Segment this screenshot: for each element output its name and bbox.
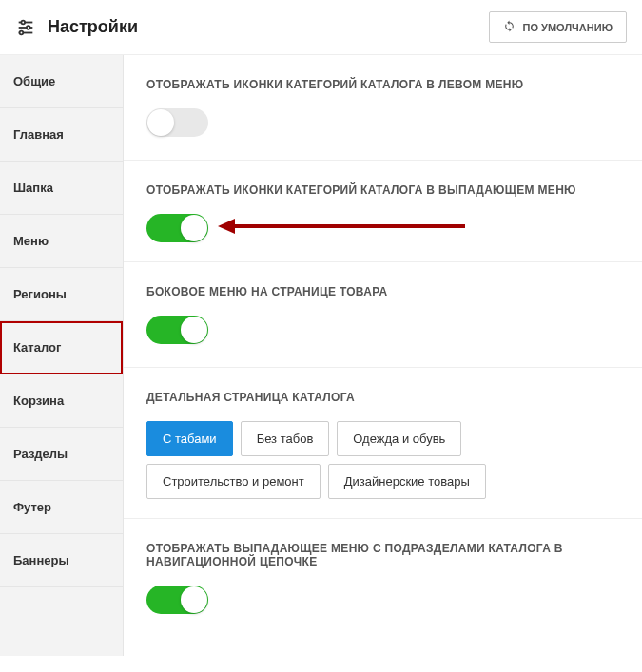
- sidebar-item-header[interactable]: Шапка: [0, 162, 123, 215]
- sidebar-item-label: Регионы: [13, 287, 67, 301]
- sidebar-item-label: Главная: [13, 127, 64, 142]
- option-construction[interactable]: Строительство и ремонт: [146, 464, 321, 499]
- sidebar-item-banners[interactable]: Баннеры: [0, 534, 123, 587]
- detail-page-options: С табами Без табов Одежда и обувь Строит…: [146, 421, 619, 499]
- sidebar-item-regions[interactable]: Регионы: [0, 268, 123, 321]
- option-clothes[interactable]: Одежда и обувь: [337, 421, 461, 456]
- toggle-knob: [147, 109, 174, 136]
- header-left: Настройки: [15, 17, 138, 38]
- section-side-menu-product: БОКОВОЕ МЕНЮ НА СТРАНИЦЕ ТОВАРА: [124, 262, 642, 368]
- svg-point-5: [20, 30, 24, 34]
- svg-point-1: [21, 20, 25, 24]
- sidebar-item-sections[interactable]: Разделы: [0, 428, 123, 481]
- page-title: Настройки: [48, 17, 138, 37]
- option-label: Дизайнерские товары: [344, 474, 470, 489]
- section-title: ОТОБРАЖАТЬ ИКОНКИ КАТЕГОРИЙ КАТАЛОГА В В…: [146, 183, 619, 197]
- sidebar: Общие Главная Шапка Меню Регионы Каталог…: [0, 55, 124, 656]
- option-label: С табами: [163, 432, 217, 446]
- option-designer[interactable]: Дизайнерские товары: [328, 464, 486, 499]
- section-breadcrumb-dropdown: ОТОБРАЖАТЬ ВЫПАДАЮЩЕЕ МЕНЮ С ПОДРАЗДЕЛАМ…: [124, 519, 642, 637]
- toggle-breadcrumb-dropdown[interactable]: [146, 586, 208, 614]
- main-content: ОТОБРАЖАТЬ ИКОНКИ КАТЕГОРИЙ КАТАЛОГА В Л…: [124, 55, 642, 656]
- sidebar-item-label: Корзина: [13, 394, 64, 408]
- section-title: ОТОБРАЖАТЬ ВЫПАДАЮЩЕЕ МЕНЮ С ПОДРАЗДЕЛАМ…: [146, 542, 619, 568]
- sidebar-item-catalog[interactable]: Каталог: [0, 321, 123, 374]
- sidebar-item-label: Общие: [13, 74, 55, 88]
- toggle-icons-dropdown[interactable]: [146, 214, 208, 242]
- section-title: БОКОВОЕ МЕНЮ НА СТРАНИЦЕ ТОВАРА: [146, 285, 619, 298]
- header: Настройки ПО УМОЛЧАНИЮ: [0, 0, 642, 55]
- svg-point-3: [27, 26, 30, 29]
- sidebar-item-label: Каталог: [13, 340, 61, 355]
- default-button-label: ПО УМОЛЧАНИЮ: [523, 22, 613, 33]
- toggle-knob: [181, 317, 207, 343]
- sidebar-item-label: Баннеры: [13, 553, 69, 567]
- settings-icon: [15, 17, 36, 38]
- sidebar-item-main[interactable]: Главная: [0, 108, 123, 162]
- section-icons-dropdown: ОТОБРАЖАТЬ ИКОНКИ КАТЕГОРИЙ КАТАЛОГА В В…: [124, 161, 642, 262]
- option-label: Без табов: [257, 432, 314, 446]
- sidebar-item-label: Футер: [13, 500, 51, 514]
- sidebar-item-general[interactable]: Общие: [0, 55, 123, 108]
- sidebar-item-menu[interactable]: Меню: [0, 215, 123, 268]
- option-without-tabs[interactable]: Без табов: [241, 421, 330, 456]
- toggle-side-menu-product[interactable]: [146, 316, 208, 344]
- sidebar-item-label: Шапка: [13, 181, 53, 195]
- section-detail-page: ДЕТАЛЬНАЯ СТРАНИЦА КАТАЛОГА С табами Без…: [124, 368, 642, 519]
- option-label: Строительство и ремонт: [163, 474, 304, 489]
- option-with-tabs[interactable]: С табами: [146, 421, 233, 456]
- sidebar-item-cart[interactable]: Корзина: [0, 374, 123, 428]
- section-title: ДЕТАЛЬНАЯ СТРАНИЦА КАТАЛОГА: [146, 391, 619, 404]
- toggle-knob: [181, 586, 207, 613]
- refresh-icon: [503, 20, 516, 34]
- toggle-icons-left-menu[interactable]: [146, 108, 208, 137]
- toggle-knob: [181, 215, 207, 241]
- section-icons-left-menu: ОТОБРАЖАТЬ ИКОНКИ КАТЕГОРИЙ КАТАЛОГА В Л…: [124, 55, 642, 161]
- default-button[interactable]: ПО УМОЛЧАНИЮ: [489, 11, 627, 43]
- arrow-annotation-icon: [218, 215, 465, 241]
- option-label: Одежда и обувь: [353, 432, 445, 446]
- sidebar-item-label: Разделы: [13, 447, 68, 461]
- section-title: ОТОБРАЖАТЬ ИКОНКИ КАТЕГОРИЙ КАТАЛОГА В Л…: [146, 78, 619, 91]
- sidebar-item-footer[interactable]: Футер: [0, 481, 123, 534]
- sidebar-item-label: Меню: [13, 234, 49, 248]
- layout: Общие Главная Шапка Меню Регионы Каталог…: [0, 55, 642, 656]
- svg-marker-7: [218, 219, 235, 234]
